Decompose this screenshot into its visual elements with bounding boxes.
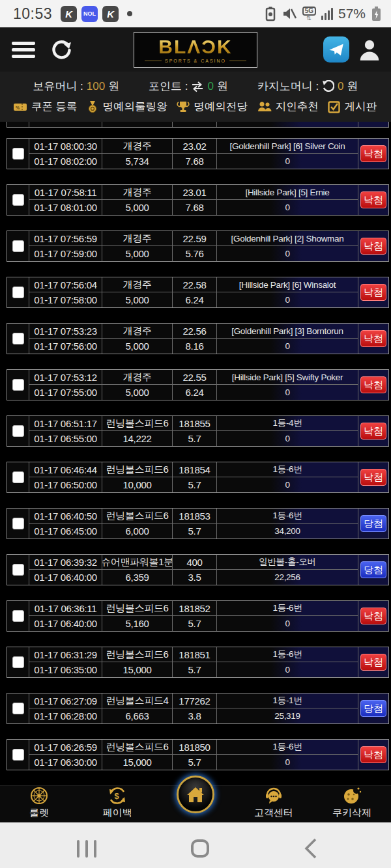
row-checkbox[interactable] <box>12 240 24 252</box>
settle-time: 01-17 06:35:00 <box>29 662 102 677</box>
game-name: 개경주 <box>102 139 173 154</box>
settle-time: 01-17 07:59:00 <box>29 246 102 261</box>
top-info-bar: 보유머니 : 100 원 포인트 : 0 원 카지노머니 : 0 원 <box>0 72 391 122</box>
telegram-button[interactable] <box>323 36 349 63</box>
row-checkbox[interactable] <box>12 287 24 298</box>
row-checkbox[interactable] <box>12 703 24 714</box>
settle-time: 01-17 08:02:00 <box>29 154 102 169</box>
app-badge-icon: K <box>61 6 77 22</box>
row-checkbox[interactable] <box>12 610 24 622</box>
points: 포인트 : 0 원 <box>149 79 228 94</box>
round-number: 22.59 <box>173 231 217 246</box>
undo-icon[interactable] <box>322 80 334 92</box>
row-checkbox-cell <box>7 509 29 539</box>
row-checkbox[interactable] <box>12 564 24 576</box>
status-cell: 낙첨 <box>358 139 388 169</box>
casino-money-label: 카지노머니 : <box>257 79 319 94</box>
menu-item-board[interactable]: 게시판 <box>328 100 377 114</box>
row-checkbox[interactable] <box>12 148 24 160</box>
menu-item-rolling-king[interactable]: 명예의룰링왕 <box>87 100 167 114</box>
row-checkbox[interactable] <box>12 471 24 483</box>
status-badge: 당첨 <box>360 515 386 532</box>
bet-amount: 5,000 <box>102 385 173 400</box>
android-recents-button[interactable] <box>77 840 96 858</box>
nav-roulette[interactable]: 룰렛 <box>0 786 78 822</box>
round-number: 181850 <box>173 740 217 755</box>
app-header: BLΛƆK SPORTS & CASINO <box>0 27 391 72</box>
nav-label: 페이백 <box>103 807 132 819</box>
bet-amount: 5,734 <box>102 154 173 169</box>
row-checkbox-cell <box>7 370 29 400</box>
row-grid: 01-17 06:51:17 런닝볼스피드6 181855 1등-4번 01-1… <box>29 416 358 446</box>
row-checkbox-cell <box>7 462 29 492</box>
round-number: 181851 <box>173 647 217 662</box>
bet-history-row: 01-17 06:40:50 런닝볼스피드6 181853 1등-6번 01-1… <box>7 508 389 539</box>
bet-amount: 6,663 <box>102 708 173 723</box>
row-checkbox[interactable] <box>12 656 24 668</box>
odds-value: 5.7 <box>173 524 217 539</box>
swap-icon[interactable] <box>191 81 204 92</box>
row-checkbox[interactable] <box>12 379 24 391</box>
bottom-navigation: 룰렛 $ 페이백 고객센터 <box>0 785 391 822</box>
menu-item-label: 쿠폰 등록 <box>31 100 78 114</box>
row-checkbox[interactable] <box>12 194 24 206</box>
row-grid: 01-17 06:26:59 런닝볼스피드6 181850 1등-6번 01-1… <box>29 740 358 770</box>
row-checkbox[interactable] <box>12 518 24 529</box>
status-badge: 낙첨 <box>360 376 386 393</box>
pick-selection: 1등-1번 <box>217 693 358 708</box>
android-back-button[interactable] <box>304 837 318 860</box>
odds-value: 6.24 <box>173 385 217 400</box>
row-grid: 01-17 06:40:50 런닝볼스피드6 181853 1등-6번 01-1… <box>29 509 358 539</box>
refresh-icon[interactable] <box>50 38 73 61</box>
menu-item-hall-of-fame[interactable]: 명예의전당 <box>177 100 248 114</box>
nav-payback[interactable]: $ 페이백 <box>78 786 156 822</box>
row-checkbox-cell <box>7 185 29 215</box>
bet-history-row: 01-17 07:53:12 개경주 22.55 [Hillside Park]… <box>7 369 389 400</box>
row-grid: 01-17 07:53:12 개경주 22.55 [Hillside Park]… <box>29 370 358 400</box>
pick-selection: 1등-6번 <box>217 647 358 662</box>
own-money-value: 100 <box>87 80 105 93</box>
wallet-bar: 보유머니 : 100 원 포인트 : 0 원 카지노머니 : 0 원 <box>0 76 391 97</box>
bet-time: 01-17 06:31:29 <box>29 647 102 662</box>
status-bar: 10:53 K NOL K 5G⇅ 57% <box>0 0 391 27</box>
settle-time: 01-17 06:40:00 <box>29 570 102 585</box>
home-icon <box>185 784 206 805</box>
status-badge: 낙첨 <box>360 608 386 624</box>
settle-time: 01-17 07:58:00 <box>29 292 102 307</box>
menu-item-label: 명예의룰링왕 <box>102 100 167 114</box>
menu-item-coupon[interactable]: % 쿠폰 등록 <box>13 100 78 114</box>
pick-selection: [Goldenhill Park] [6] Silver Coin <box>217 139 358 154</box>
nav-customer-center[interactable]: 고객센터 <box>235 786 313 822</box>
user-profile-icon[interactable] <box>357 37 382 62</box>
menu-item-referral[interactable]: 지인추천 <box>257 100 319 114</box>
svg-text:$: $ <box>115 791 120 801</box>
round-number: 181853 <box>173 509 217 524</box>
bet-time: 01-17 06:46:44 <box>29 462 102 477</box>
row-checkbox[interactable] <box>12 749 24 761</box>
odds-value: 3.8 <box>173 708 217 723</box>
casino-money: 카지노머니 : 0 원 <box>257 79 358 94</box>
pick-selection: 1등-4번 <box>217 416 358 431</box>
win-amount: 0 <box>217 292 358 307</box>
row-checkbox-cell <box>7 740 29 770</box>
notification-dot-icon <box>127 11 132 16</box>
bet-time: 01-17 06:39:32 <box>29 555 102 570</box>
row-checkbox[interactable] <box>12 333 24 344</box>
status-badge: 당첨 <box>360 561 386 578</box>
bet-history-row: 01-17 06:31:29 런닝볼스피드6 181851 1등-6번 01-1… <box>7 647 389 678</box>
round-number: 177262 <box>173 693 217 708</box>
status-badge: 낙첨 <box>360 191 386 208</box>
row-checkbox[interactable] <box>12 425 24 437</box>
black-logo[interactable]: BLΛƆK SPORTS & CASINO <box>134 32 257 68</box>
status-badge: 당첨 <box>360 700 386 717</box>
points-value: 0 <box>207 80 213 93</box>
pick-selection: 1등-6번 <box>217 740 358 755</box>
bet-time: 01-17 07:56:59 <box>29 231 102 246</box>
home-button[interactable] <box>177 776 214 813</box>
win-amount: 22,256 <box>217 570 358 585</box>
people-icon <box>257 101 272 113</box>
telegram-plane-icon <box>328 41 345 58</box>
android-home-button[interactable] <box>191 839 209 858</box>
nav-delete-cookies[interactable]: 쿠키삭제 <box>313 786 391 822</box>
hamburger-menu-icon[interactable] <box>12 38 35 61</box>
